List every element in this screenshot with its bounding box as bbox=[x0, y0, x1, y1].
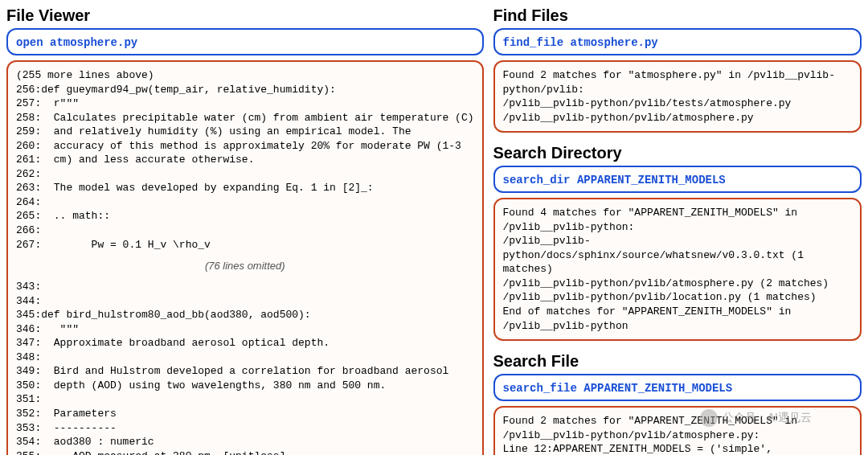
find-files-output-text: Found 2 matches for "atmosphere.py" in /… bbox=[503, 68, 853, 125]
lines-above-note: (255 more lines above) bbox=[16, 68, 474, 83]
file-viewer-title: File Viewer bbox=[6, 6, 484, 25]
search-file-title: Search File bbox=[493, 352, 862, 371]
find-files-title: Find Files bbox=[493, 6, 862, 25]
file-viewer-command: open atmosphere.py bbox=[16, 36, 137, 49]
omitted-note: (76 lines omitted) bbox=[16, 260, 474, 272]
find-files-command-box[interactable]: find_file atmosphere.py bbox=[493, 28, 862, 55]
search-file-output: Found 2 matches for "APPARENT_ZENITH_MOD… bbox=[493, 406, 862, 455]
search-file-command: search_file APPARENT_ZENITH_MODELS bbox=[503, 382, 733, 395]
code-block-2: 343: 344: 345:def bird_hulstrom80_aod_bb… bbox=[16, 280, 474, 455]
file-viewer-output: (255 more lines above) 256:def gueymard9… bbox=[6, 60, 484, 455]
search-dir-title: Search Directory bbox=[493, 144, 862, 162]
file-viewer-command-box[interactable]: open atmosphere.py bbox=[6, 28, 484, 55]
search-dir-output: Found 4 matches for "APPARENT_ZENITH_MOD… bbox=[493, 198, 862, 341]
search-dir-command: search_dir APPARENT_ZENITH_MODELS bbox=[503, 174, 726, 187]
code-block-1: 256:def gueymard94_pw(temp_air, relative… bbox=[16, 83, 474, 252]
find-files-command: find_file atmosphere.py bbox=[503, 36, 658, 49]
search-dir-command-box[interactable]: search_dir APPARENT_ZENITH_MODELS bbox=[493, 166, 862, 193]
search-file-command-box[interactable]: search_file APPARENT_ZENITH_MODELS bbox=[493, 374, 862, 401]
search-dir-output-text: Found 4 matches for "APPARENT_ZENITH_MOD… bbox=[503, 206, 853, 333]
find-files-output: Found 2 matches for "atmosphere.py" in /… bbox=[493, 60, 862, 133]
search-file-output-text: Found 2 matches for "APPARENT_ZENITH_MOD… bbox=[503, 414, 853, 455]
